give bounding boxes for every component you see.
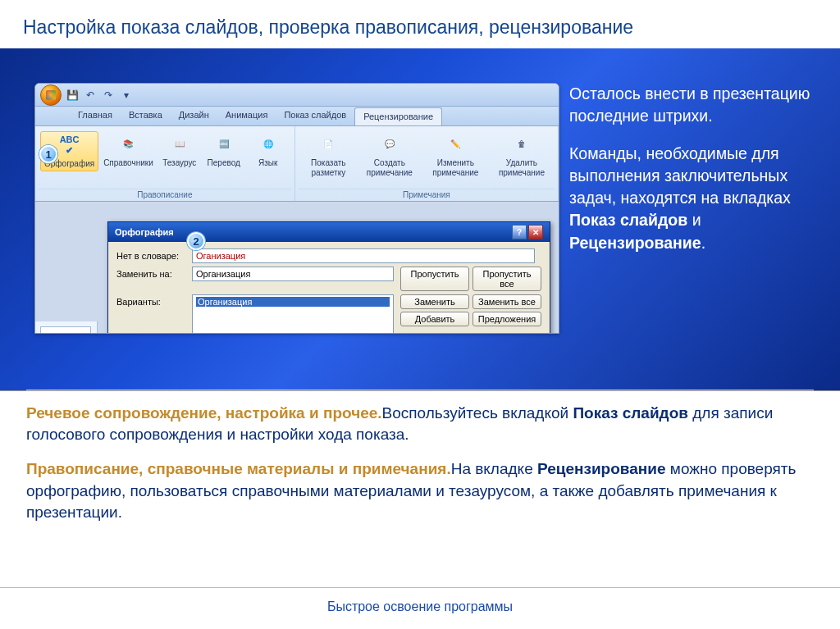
bold-review: Рецензирование [537,460,666,477]
research-label: Справочники [103,158,153,168]
undo-icon[interactable]: ↶ [83,88,98,103]
redo-icon[interactable]: ↷ [101,88,116,103]
dialog-title-text: Орфография [115,227,174,237]
delete-comment-button[interactable]: 🗑 Удалить примечание [491,131,553,179]
group-comments: 📄 Показать разметку 💬 Создать примечание… [295,126,559,201]
delete-comment-icon: 🗑 [510,133,533,156]
variant-item[interactable]: Организация [196,297,390,307]
tab-design[interactable]: Дизайн [171,107,217,125]
change-all-button[interactable]: Заменить все [472,294,541,309]
replace-with-label: Заменить на: [116,267,192,279]
tab-insert[interactable]: Вставка [121,107,171,125]
callout-1: 1 [39,145,57,163]
group-comments-label: Примечания [299,189,555,201]
heading-proofing: Правописание, справочные материалы и при… [26,460,451,477]
variants-label: Варианты: [116,294,192,307]
books-icon: 📚 [116,133,139,156]
divider [26,390,814,390]
suggestions-button[interactable]: Предложения [472,312,541,326]
ribbon: ABC✔ Орфография 📚 Справочники 📖 Тезаурус… [35,126,559,202]
not-in-dict-field[interactable]: Оганизация [192,248,535,263]
show-markup-button[interactable]: 📄 Показать разметку [300,131,357,179]
office-button[interactable] [40,84,62,106]
save-icon[interactable]: 💾 [65,88,80,103]
globe-check-icon: 🌐 [257,133,280,156]
intro-paragraph: Осталось внести в презентацию последние … [569,83,814,128]
language-label: Язык [258,158,277,168]
close-button[interactable]: ✕ [528,225,543,239]
translate-button[interactable]: 🔤 Перевод [203,131,245,170]
variants-list[interactable]: Организация [192,294,394,334]
language-button[interactable]: 🌐 Язык [247,131,290,170]
group-proofing: ABC✔ Орфография 📚 Справочники 📖 Тезаурус… [35,126,295,201]
right-text-block: Осталось внести в презентацию последние … [569,83,814,269]
spelling-dialog: Орфография ? ✕ Нет в словаре: Оганизация… [107,221,550,334]
edit-comment-button[interactable]: ✏️ Изменить примечание [422,131,489,179]
abc-check-icon: ABC✔ [58,134,81,157]
tabs-paragraph: Команды, необходимые для выполнения закл… [569,143,814,254]
office-screenshot: 💾 ↶ ↷ ▾ Главная Вставка Дизайн Анимация … [34,83,559,334]
quick-access-toolbar: 💾 ↶ ↷ ▾ [35,84,559,107]
markup-icon: 📄 [317,133,340,156]
edit-comment-label: Изменить примечание [426,158,486,177]
tab-review[interactable]: Рецензирование [354,107,442,125]
thesaurus-button[interactable]: 📖 Тезаурус [158,131,201,170]
ribbon-tabs: Главная Вставка Дизайн Анимация Показ сл… [35,107,559,126]
bold-slideshow: Показ слайдов [569,211,687,229]
tab-home[interactable]: Главная [70,107,121,125]
body-text: Речевое сопровождение, настройка и проче… [0,391,840,523]
thesaurus-label: Тезаурус [162,158,196,168]
book-open-icon: 📖 [168,133,191,156]
help-button[interactable]: ? [512,225,527,239]
show-markup-label: Показать разметку [304,158,354,177]
new-comment-label: Создать примечание [362,158,418,177]
footer: Быстрое освоение программы [0,587,840,629]
skip-all-button[interactable]: Пропустить все [472,267,541,291]
new-comment-icon: 💬 [378,133,401,156]
text-fragment: . [701,234,705,252]
text-fragment: и [687,211,701,229]
new-comment-button[interactable]: 💬 Создать примечание [358,131,421,179]
tab-animation[interactable]: Анимация [217,107,276,125]
edit-comment-icon: ✏️ [444,133,467,156]
add-button[interactable]: Добавить [400,312,469,326]
text-fragment: На вкладке [451,460,537,477]
tab-slideshow[interactable]: Показ слайдов [276,107,354,125]
text-fragment: Команды, необходимые для выполнения закл… [569,144,791,207]
slide-thumbnail[interactable] [40,326,91,334]
slide-title: Настройка показа слайдов, проверка право… [0,0,840,48]
gradient-panel: 💾 ↶ ↷ ▾ Главная Вставка Дизайн Анимация … [0,48,840,391]
heading-narration: Речевое сопровождение, настройка и проче… [26,404,382,422]
delete-comment-label: Удалить примечание [494,158,550,177]
research-button[interactable]: 📚 Справочники [100,131,157,170]
replace-with-field[interactable]: Организация [192,267,394,281]
bold-slideshow: Показ слайдов [573,404,688,422]
text-fragment: Воспользуйтесь вкладкой [382,404,573,422]
slide-thumbnails-pane [35,321,98,333]
callout-2: 2 [187,232,205,250]
change-button[interactable]: Заменить [400,294,469,309]
translate-label: Перевод [208,158,240,168]
bold-review: Рецензирование [569,234,701,252]
skip-button[interactable]: Пропустить [400,267,469,291]
dialog-titlebar: Орфография ? ✕ [108,222,550,242]
translate-icon: 🔤 [212,133,235,156]
group-proofing-label: Правописание [39,189,291,201]
qat-dropdown-icon[interactable]: ▾ [119,88,134,103]
not-in-dict-label: Нет в словаре: [116,248,192,261]
